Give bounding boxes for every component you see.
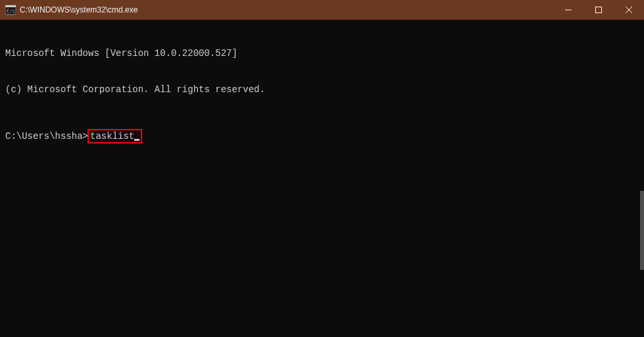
copyright-line: (c) Microsoft Corporation. All rights re… — [5, 84, 639, 95]
svg-rect-1 — [5, 5, 16, 7]
svg-rect-4 — [596, 7, 602, 13]
svg-text:C:\: C:\ — [7, 9, 15, 14]
window-title: C:\WINDOWS\system32\cmd.exe — [20, 5, 553, 14]
maximize-button[interactable] — [583, 0, 614, 20]
cmd-window: C:\ C:\WINDOWS\system32\cmd.exe Microsof… — [0, 0, 644, 337]
close-button[interactable] — [614, 0, 644, 20]
prompt-line: C:\Users\hssha>tasklist — [5, 129, 639, 143]
prompt: C:\Users\hssha> — [5, 130, 88, 142]
scrollbar[interactable] — [640, 191, 644, 270]
command-text: tasklist — [90, 130, 134, 142]
cmd-icon: C:\ — [5, 5, 16, 15]
version-line: Microsoft Windows [Version 10.0.22000.52… — [5, 47, 639, 59]
command-highlight: tasklist — [87, 129, 142, 143]
minimize-button[interactable] — [553, 0, 583, 20]
window-controls — [553, 0, 644, 20]
cursor — [134, 139, 139, 141]
terminal-body[interactable]: Microsoft Windows [Version 10.0.22000.52… — [0, 20, 644, 337]
titlebar[interactable]: C:\ C:\WINDOWS\system32\cmd.exe — [0, 0, 644, 20]
